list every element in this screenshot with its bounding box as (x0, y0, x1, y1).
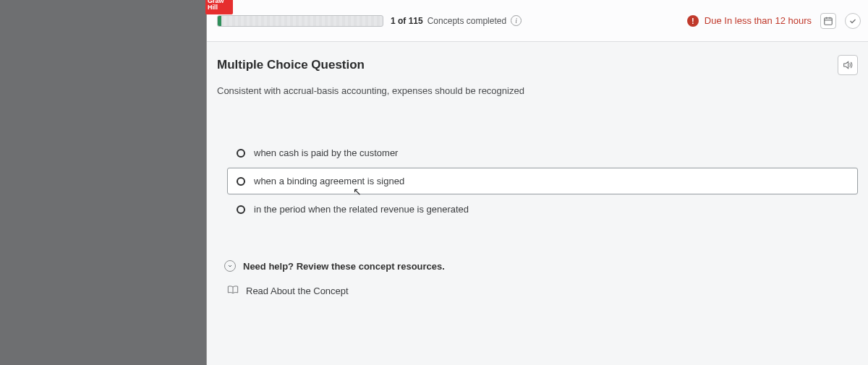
question-prompt: Consistent with accrual-basis accounting… (207, 82, 868, 111)
svg-rect-0 (825, 17, 833, 24)
question-type-label: Multiple Choice Question (217, 58, 365, 72)
progress-group: 1 of 115 Concepts completed i (217, 15, 522, 27)
info-icon[interactable]: i (511, 15, 522, 26)
book-icon (227, 285, 239, 297)
audio-button[interactable] (838, 55, 858, 75)
progress-count: 1 of 115 (391, 16, 423, 26)
brand-line2: Hill (208, 4, 231, 11)
option-3[interactable]: in the period when the related revenue i… (227, 196, 858, 223)
radio-icon (237, 149, 245, 158)
speaker-icon (842, 59, 854, 71)
progress-text: 1 of 115 Concepts completed i (391, 15, 522, 26)
options-list: when cash is paid by the customer when a… (207, 111, 868, 231)
calendar-icon[interactable] (820, 13, 836, 29)
due-text: Due In less than 12 hours (705, 15, 812, 26)
left-gutter (0, 0, 206, 365)
svg-marker-4 (844, 61, 848, 68)
brand-logo: Graw Hill (205, 0, 233, 14)
app-frame: 1 of 115 Concepts completed i ! Due In l… (206, 0, 868, 365)
option-label: in the period when the related revenue i… (254, 204, 469, 215)
help-toggle[interactable]: Need help? Review these concept resource… (224, 260, 858, 272)
radio-icon (237, 205, 245, 214)
help-title-text: Need help? Review these concept resource… (243, 261, 445, 272)
option-2[interactable]: when a binding agreement is signed ↖ (227, 168, 858, 194)
check-round-icon[interactable] (845, 13, 861, 29)
option-label: when cash is paid by the customer (254, 147, 398, 158)
alert-icon: ! (687, 15, 699, 27)
option-1[interactable]: when cash is paid by the customer (227, 139, 858, 166)
progress-label: Concepts completed (427, 16, 506, 26)
chevron-down-icon (224, 260, 236, 272)
top-bar: 1 of 115 Concepts completed i ! Due In l… (207, 0, 868, 42)
due-indicator: ! Due In less than 12 hours (687, 15, 812, 27)
title-row: Multiple Choice Question (207, 42, 868, 82)
resource-label: Read About the Concept (246, 285, 349, 296)
progress-bar[interactable] (217, 15, 383, 27)
top-right-group: ! Due In less than 12 hours (687, 0, 861, 41)
progress-fill (218, 16, 221, 26)
help-section: Need help? Review these concept resource… (207, 231, 868, 304)
option-label: when a binding agreement is signed (254, 176, 404, 186)
radio-icon (237, 177, 245, 186)
resource-link[interactable]: Read About the Concept (224, 272, 858, 297)
